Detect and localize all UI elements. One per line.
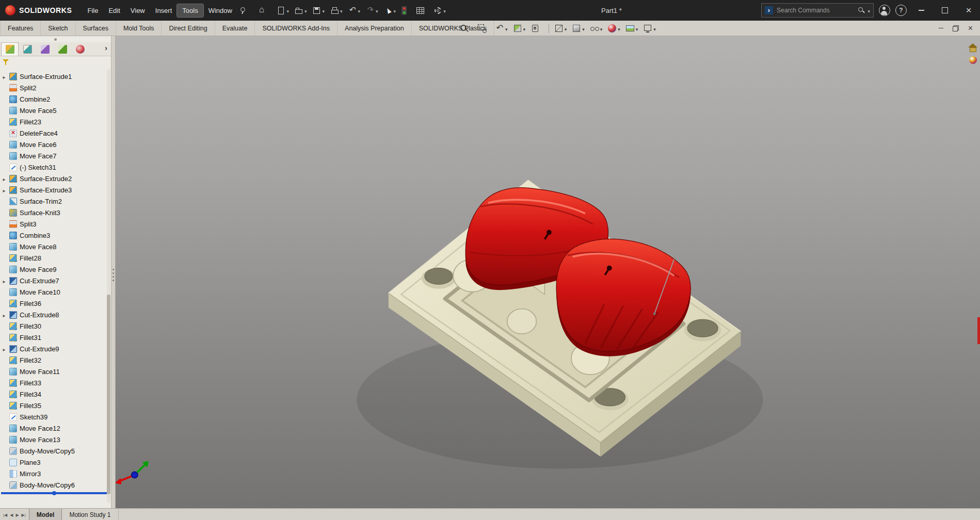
hide-show-items-button[interactable] [590, 24, 603, 33]
doc-minimize-button[interactable] [939, 28, 943, 29]
feature-tree-item[interactable]: Body-Move/Copy6 [0, 479, 111, 491]
statusbar-tab[interactable]: Model [29, 509, 62, 520]
menu-item[interactable]: Edit [103, 4, 125, 17]
feature-tree-item[interactable]: Move Face12 [0, 423, 111, 434]
feature-tree-item[interactable]: Move Face8 [0, 241, 111, 252]
home-button[interactable] [257, 5, 274, 17]
rollback-bar[interactable] [1, 492, 107, 494]
statusbar-tab[interactable]: Motion Study 1 [62, 509, 118, 520]
feature-tree-item[interactable]: Surface-Trim2 [0, 196, 111, 207]
menu-item[interactable]: File [82, 4, 103, 17]
feature-tree-item[interactable]: Fillet31 [0, 332, 111, 343]
feature-tree-item[interactable]: Move Face6 [0, 139, 111, 150]
feature-tree-item[interactable]: Split2 [0, 82, 111, 93]
view-settings-button[interactable] [643, 24, 656, 33]
menu-item[interactable]: Window [203, 4, 237, 17]
feature-tree-item[interactable]: Body-Move/Copy5 [0, 445, 111, 457]
next-tab-button[interactable] [15, 513, 19, 517]
help-icon[interactable]: ? [895, 5, 907, 16]
options-button[interactable] [431, 5, 448, 17]
feature-tree-item[interactable]: Mirror3 [0, 468, 111, 479]
window-maximize-button[interactable] [936, 0, 954, 21]
display-style-button[interactable] [572, 24, 585, 33]
feature-tree-item[interactable]: Surface-Extrude3 [0, 184, 111, 196]
traffic-light-button[interactable] [399, 5, 412, 17]
home-view-icon[interactable] [968, 43, 977, 52]
menu-item[interactable]: Insert [150, 4, 178, 17]
feature-tree-item[interactable]: Move Face5 [0, 105, 111, 116]
zoom-to-fit-button[interactable] [459, 24, 472, 33]
feature-tree-item[interactable]: Fillet35 [0, 400, 111, 411]
dropdown-caret[interactable] [636, 24, 638, 33]
apply-scene-button[interactable] [625, 24, 638, 33]
select-button[interactable] [382, 5, 398, 17]
search-commands-box[interactable] [761, 3, 874, 18]
feature-tree-item[interactable]: Fillet34 [0, 388, 111, 400]
annotation-views-button[interactable] [531, 24, 543, 33]
expand-arrow-icon[interactable] [2, 345, 7, 353]
print-button[interactable] [328, 5, 345, 17]
tab-propertymanager[interactable] [19, 42, 36, 56]
dropdown-caret[interactable] [582, 24, 585, 33]
spreadsheet-button[interactable] [414, 5, 430, 17]
dropdown-caret[interactable] [340, 7, 343, 14]
dropdown-caret[interactable] [505, 24, 508, 33]
previous-tab-button[interactable] [9, 513, 13, 517]
dropdown-caret[interactable] [394, 7, 396, 14]
ribbon-tab[interactable]: Surfaces [76, 21, 116, 36]
feature-tree-item[interactable]: Move Face7 [0, 150, 111, 161]
view-orientation-button[interactable] [549, 24, 567, 33]
search-icon[interactable] [858, 7, 865, 14]
task-pane-accent[interactable] [977, 317, 980, 344]
panel-expand-chevron[interactable] [105, 43, 111, 53]
ribbon-tab[interactable]: SOLIDWORKS Add-Ins [255, 21, 338, 36]
feature-tree-item[interactable]: Split3 [0, 218, 111, 230]
feature-tree-item[interactable]: Surface-Knit3 [0, 207, 111, 218]
dropdown-caret[interactable] [358, 7, 361, 14]
panel-splitter[interactable] [111, 36, 116, 508]
redo-button[interactable] [364, 5, 380, 17]
save-button[interactable] [310, 5, 327, 17]
feature-tree-item[interactable]: Sketch39 [0, 411, 111, 423]
last-tab-button[interactable] [21, 513, 26, 517]
panel-grip[interactable] [0, 36, 111, 42]
window-close-button[interactable] [959, 0, 978, 21]
dropdown-caret[interactable] [523, 24, 526, 33]
ribbon-tab[interactable]: Features [0, 21, 41, 36]
edit-appearance-button[interactable] [607, 24, 620, 33]
dropdown-caret[interactable] [653, 24, 656, 33]
undo-button[interactable] [346, 5, 363, 17]
feature-tree-item[interactable]: Fillet28 [0, 252, 111, 264]
expand-arrow-icon[interactable] [2, 175, 7, 183]
model-3d[interactable] [116, 36, 980, 508]
account-icon[interactable] [879, 5, 890, 16]
ribbon-tab[interactable]: Sketch [41, 21, 75, 36]
dropdown-caret[interactable] [443, 7, 446, 14]
feature-tree-item[interactable]: DeleteFace4 [0, 127, 111, 139]
dropdown-caret[interactable] [376, 7, 378, 14]
tab-dimxpertmanager[interactable] [54, 42, 71, 56]
feature-tree-item[interactable]: (-) Sketch31 [0, 161, 111, 173]
doc-restore-button[interactable] [953, 25, 959, 31]
new-document-button[interactable] [275, 5, 291, 17]
feature-tree-item[interactable]: Combine3 [0, 230, 111, 241]
feature-tree-item[interactable]: Fillet33 [0, 377, 111, 388]
feature-tree-item[interactable]: Move Face13 [0, 434, 111, 445]
dropdown-caret[interactable] [600, 24, 603, 33]
appearances-sphere-icon[interactable] [969, 56, 977, 64]
ribbon-tab[interactable]: Mold Tools [116, 21, 162, 36]
menu-item[interactable]: Tools [177, 4, 203, 17]
tab-featuremanager[interactable] [1, 42, 19, 56]
feature-tree-item[interactable]: Surface-Extrude2 [0, 173, 111, 184]
tree-scrollbar[interactable] [107, 69, 110, 503]
search-input[interactable] [776, 6, 855, 14]
expand-arrow-icon[interactable] [2, 73, 7, 80]
feature-tree-item[interactable]: Move Face11 [0, 366, 111, 377]
ribbon-tab[interactable]: Analysis Preparation [338, 21, 412, 36]
doc-close-button[interactable] [968, 24, 973, 33]
feature-tree-item[interactable]: Plane3 [0, 457, 111, 468]
section-view-button[interactable] [513, 24, 526, 33]
feature-tree-item[interactable]: Fillet23 [0, 116, 111, 127]
feature-tree-item[interactable]: Surface-Extrude1 [0, 71, 111, 82]
feature-tree-item[interactable]: Cut-Extrude9 [0, 343, 111, 354]
